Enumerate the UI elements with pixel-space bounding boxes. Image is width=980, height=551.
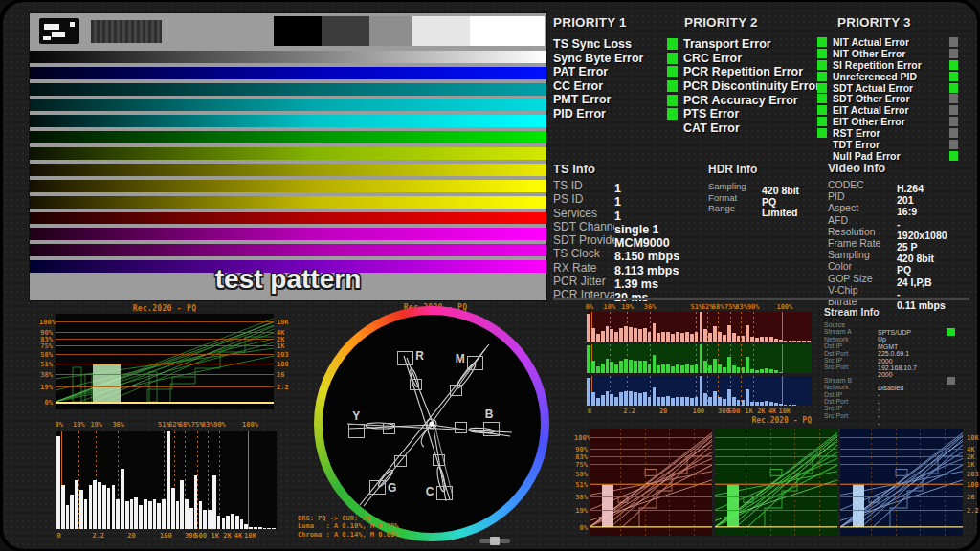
histogram-bar [629, 391, 633, 406]
priority3-item-label: SDT Other Error [833, 93, 940, 104]
priority2-item-label: CAT Error [683, 121, 817, 135]
histogram-bar [713, 391, 717, 406]
graticule-line [896, 429, 897, 536]
test-pattern-color-bar [30, 228, 546, 240]
priority1-item: PMT Error [553, 93, 679, 107]
stream-info-label: Dst Port [824, 350, 878, 357]
histogram-bar [685, 397, 689, 406]
histogram-bar [732, 365, 736, 374]
video-info-label: Aspect [828, 202, 897, 213]
histogram-bar [235, 516, 239, 529]
histogram-bar [587, 345, 590, 373]
status-led-icon [667, 80, 678, 92]
axis-tick-label: 10% [604, 303, 616, 311]
hdr-info-value: Limited [762, 207, 797, 218]
stream-info-label: Src Port [824, 364, 878, 370]
graticule-line [794, 429, 795, 536]
vectorscope[interactable]: Rec.2020 - PQ [296, 302, 575, 541]
vectorscope-inner-box-y [383, 423, 395, 434]
video-info-panel: CODECH.264PID201Aspect16:9AFD-Resolution… [828, 179, 969, 307]
vectorscope-target-box-y [348, 424, 365, 438]
histogram-bar [167, 431, 170, 529]
histogram-bar [789, 341, 792, 342]
rgb-histogram-percent-axis: 0%10%19%36%51%62%68%75%83%90%100% [587, 303, 812, 311]
rgb-histograms-scope[interactable]: 0%10%19%36%51%62%68%75%83%90%100% 02.220… [578, 302, 817, 427]
histogram-bar [676, 397, 679, 406]
priority3-item: TDT Error [817, 139, 944, 150]
histogram-bar [601, 364, 605, 374]
histogram-bar [176, 501, 180, 529]
priority3-item: SI Repetition Error [817, 59, 944, 71]
histogram-bar [718, 332, 722, 341]
test-pattern-color-bar [30, 131, 546, 143]
luma-histogram-scope[interactable]: 0%10%19%36%51%62%68%75%83%90%100% 02.220… [39, 420, 290, 542]
video-info-row: Resolution1920x1080 [828, 226, 969, 237]
histogram-bar [671, 334, 675, 342]
axis-tick-label: 58% [39, 351, 53, 359]
histogram-bar [671, 398, 675, 406]
histogram-bar [226, 516, 230, 529]
histogram-bar [700, 344, 703, 374]
status-led-icon [667, 122, 678, 134]
priority3-item: RST Error [817, 127, 944, 139]
graticule-line [56, 345, 274, 346]
graticule-line [219, 431, 220, 529]
histogram-bar [713, 359, 717, 373]
histogram-bar [727, 325, 731, 342]
histogram-bar [624, 391, 628, 406]
graticule-line [56, 364, 274, 364]
histogram-bar [661, 397, 665, 406]
stream-info-title: Stream Info [824, 306, 880, 318]
luma-waveform-scope[interactable]: Rec.2020 - PQ 100%90%83%75%58%51%38%19%0… [39, 303, 290, 416]
axis-tick-label: 0% [39, 399, 53, 407]
axis-tick-label: 36% [112, 421, 124, 429]
graticule-line [56, 332, 274, 333]
histogram-bar [638, 361, 642, 373]
vectorscope-target-box-g [369, 480, 386, 495]
video-info-row: Sampling420 8bit [828, 249, 969, 260]
histogram-bar [634, 392, 637, 406]
axis-tick-label: 4K [967, 446, 974, 453]
axis-tick-label: 0% [586, 303, 593, 311]
histogram-bar [680, 397, 684, 406]
histogram-bar [666, 364, 670, 374]
stream-info-panel: SourceSPTS/UDPStream AUpNetworkMGMTDst I… [824, 321, 968, 419]
ts-info-label: PS ID [553, 192, 614, 206]
axis-tick-label: 58% [574, 471, 588, 478]
priority3-item: EIT Other Error [817, 116, 944, 127]
status-led-icon [817, 117, 827, 126]
video-preview-test-pattern[interactable]: test pattern [30, 13, 546, 300]
rgb-parade-scope[interactable]: 100%90%83%75%58%51%38%19%0% 10K4K2K1K203… [577, 427, 975, 540]
scope-scrollbar[interactable] [479, 539, 510, 543]
status-led-icon [667, 108, 678, 120]
histogram-bar [769, 402, 773, 406]
graticule-line [56, 402, 274, 404]
priority1-title: PRIORITY 1 [553, 15, 627, 30]
histogram-bar [666, 396, 670, 406]
histogram-bar [727, 357, 731, 373]
histogram-bar [703, 329, 707, 342]
axis-tick-label: 4K [768, 408, 776, 415]
graticule-line [620, 429, 621, 536]
vectorscope-inner-box-g [394, 455, 407, 467]
status-led-icon [817, 140, 827, 149]
histogram-bar [587, 378, 590, 406]
waveform-left-axis: 100%90%83%75%58%51%38%19%0% [39, 314, 54, 409]
histogram-bar [185, 499, 189, 529]
histogram-percent-axis: 0%10%19%36%51%62%68%75%83%90%100% [56, 421, 277, 430]
vectorscope-target-label: R [415, 349, 424, 363]
parade-left-axis: 100%90%83%75%58%51%38%19%0% [577, 429, 589, 536]
green-parade-panel [715, 429, 837, 536]
vectorscope-inner-box-r [410, 379, 422, 390]
mcm9000-monitoring-screen: { "test_pattern": { "caption": "test pat… [0, 0, 980, 551]
histogram-bar [746, 357, 749, 373]
graticule-line [56, 321, 274, 322]
priority2-item-label: PCR Repetition Error [683, 65, 817, 78]
histogram-bar [792, 341, 796, 342]
axis-tick-label: 75% [39, 342, 53, 350]
grayscale-step [274, 16, 322, 46]
waveform-highlight-region [93, 364, 122, 402]
scrollbar-thumb[interactable] [490, 537, 500, 545]
axis-tick-label: 1K [967, 461, 974, 469]
test-pattern-footer: test pattern [30, 275, 546, 300]
